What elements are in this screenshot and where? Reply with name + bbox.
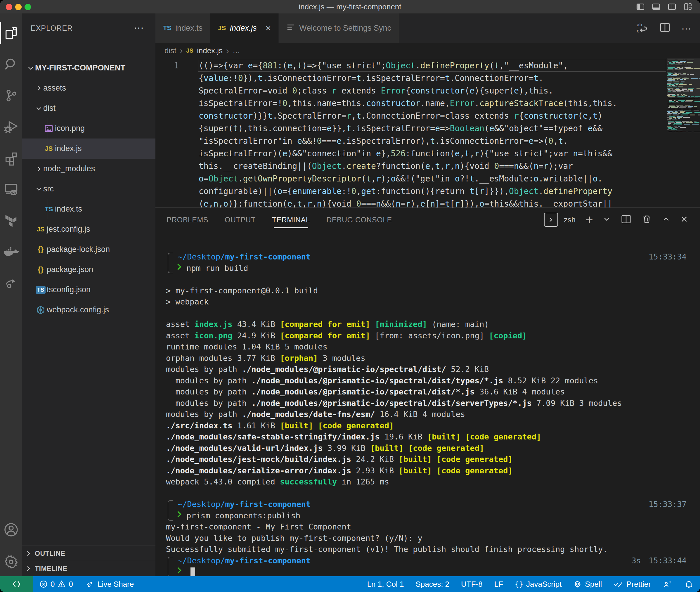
explorer-icon[interactable] [0, 20, 22, 46]
chevron-down-icon [35, 185, 43, 193]
new-terminal-icon[interactable]: + [586, 214, 593, 226]
source-control-icon[interactable] [0, 83, 22, 108]
tab-welcome-settings-sync[interactable]: Welcome to Settings Sync [279, 13, 399, 43]
tree-item-label: index.ts [55, 204, 82, 213]
tree-item-assets[interactable]: assets [22, 78, 155, 98]
editor-tabs: TS index.ts JS index.js × Welcome to Set… [155, 13, 700, 43]
spell-checker-status[interactable]: Spell [573, 580, 602, 589]
code-line: (()=>{var e={881:(e,t)=>{"use strict";Ob… [199, 59, 666, 72]
tree-item-icon-png[interactable]: icon.png [22, 118, 155, 139]
breadcrumb-file[interactable]: index.js [197, 46, 222, 55]
extensions-icon[interactable] [0, 146, 22, 170]
maximize-panel-icon[interactable] [662, 215, 670, 225]
remote-indicator[interactable] [0, 576, 33, 592]
customize-layout-icon[interactable] [683, 2, 692, 11]
breadcrumb-symbols[interactable]: … [233, 46, 240, 55]
tree-item-src[interactable]: src [22, 179, 155, 199]
problems-status[interactable]: 0 0 [40, 580, 73, 589]
prompt-path: ~/Desktop/ [178, 556, 225, 565]
settings-gear-icon[interactable] [0, 549, 22, 575]
tab-debug-console[interactable]: DEBUG CONSOLE [326, 208, 392, 232]
file-tree: MY-FIRST-COMPONENTassetsdisticon.pngJSin… [22, 58, 155, 320]
code-editor[interactable]: 1 (()=>{var e={881:(e,t)=>{"use strict";… [155, 58, 700, 207]
prettier-status[interactable]: Prettier [613, 580, 651, 589]
spell-gear-icon [573, 580, 582, 589]
tree-item-tsconfig-json[interactable]: TStsconfig.json [22, 280, 155, 300]
live-share-status[interactable]: Live Share [86, 580, 134, 589]
code-line: {super(t),this.connection=e}},t.isSpectr… [199, 122, 666, 135]
word-wrap-icon[interactable]: abc [636, 21, 649, 35]
close-panel-icon[interactable] [680, 215, 688, 225]
tree-item-package-json[interactable]: {}package.json [22, 259, 155, 280]
split-terminal-icon[interactable] [620, 213, 632, 226]
tree-item-webpack-config-js[interactable]: webpack.config.js [22, 300, 155, 320]
tree-item-label: index.js [55, 144, 82, 153]
tree-item-label: webpack.config.js [47, 305, 109, 314]
code-line: "isSpectralError"in e&&!0===e.isSpectral… [199, 135, 666, 147]
notifications-bell-icon[interactable] [684, 580, 694, 589]
minimap[interactable] [667, 59, 696, 147]
tree-item-jest-config-js[interactable]: JSjest.config.js [22, 219, 155, 239]
search-icon[interactable] [0, 52, 22, 77]
terminal-line: ./node_modules/valid-url/index.js 3.99 K… [166, 443, 687, 454]
terminal-line: runtime modules 1.04 KiB 5 modules [166, 341, 687, 353]
code-line: (e,n,o)}:function(e,t,r,n){void 0===n&&(… [199, 198, 666, 207]
eol-sequence[interactable]: LF [494, 580, 503, 589]
indentation[interactable]: Spaces: 2 [415, 580, 449, 589]
tsconfig-file-icon: TS [35, 286, 47, 294]
language-mode[interactable]: {} JavaScript [515, 580, 561, 589]
terminal-output[interactable]: ~/Desktop/my-first-component15:33:34npm … [155, 232, 700, 576]
cursor-position[interactable]: Ln 1, Col 1 [367, 580, 404, 589]
remote-explorer-icon[interactable] [0, 177, 22, 202]
kill-terminal-trash-icon[interactable] [642, 214, 652, 226]
tree-item-package-lock-json[interactable]: {}package-lock.json [22, 239, 155, 259]
breadcrumb[interactable]: dist › JS index.js › … [155, 43, 700, 58]
tab-terminal[interactable]: TERMINAL [272, 208, 310, 232]
breadcrumb-folder[interactable]: dist [164, 46, 176, 55]
tab-problems[interactable]: PROBLEMS [166, 208, 208, 232]
accounts-icon[interactable] [0, 517, 22, 542]
more-actions-icon[interactable]: ··· [681, 22, 691, 34]
run-debug-icon[interactable] [0, 114, 22, 139]
feedback-icon[interactable] [663, 579, 672, 589]
svg-text:c: c [637, 28, 639, 33]
tree-item-index-ts[interactable]: TSindex.ts [22, 199, 155, 219]
chevron-right-icon [22, 550, 35, 557]
prompt-path: ~/Desktop/ [178, 500, 225, 509]
code-line: constructor)}}t.SpectralError=r,t.Connec… [199, 110, 666, 122]
terminal-line: asset icon.png 24.9 KiB [compared for em… [166, 330, 687, 342]
docker-icon[interactable] [0, 239, 22, 264]
command-duration: 3s [631, 556, 641, 565]
split-editor-icon[interactable] [659, 21, 671, 35]
toggle-sidebar-icon[interactable] [636, 2, 645, 11]
encoding[interactable]: UTF-8 [461, 580, 483, 589]
shell-label[interactable]: zsh [564, 215, 576, 225]
prompt-directory: my-first-component [225, 556, 311, 565]
code-line: this.__createBinding||(Object.create?fun… [199, 160, 666, 172]
explorer-more-actions-icon[interactable]: ··· [134, 13, 144, 43]
terraform-icon[interactable] [0, 208, 22, 233]
tab-index-ts[interactable]: TS index.ts [155, 13, 210, 43]
tab-output[interactable]: OUTPUT [225, 208, 256, 232]
sidebar-section-outline[interactable]: OUTLINE [22, 546, 155, 561]
live-share-icon[interactable] [0, 270, 22, 296]
tab-index-js[interactable]: JS index.js × [210, 13, 279, 43]
terminal-shell-icon[interactable] [544, 213, 558, 227]
tree-item-dist[interactable]: dist [22, 98, 155, 118]
prompt-chevron-icon [177, 566, 182, 576]
split-editor-layout-icon[interactable] [667, 2, 677, 11]
double-check-icon [613, 580, 623, 589]
error-icon [40, 580, 48, 588]
tree-item-index-js[interactable]: JSindex.js [22, 139, 155, 159]
terminal-line: modules by path ./node_modules/@prismati… [166, 364, 687, 375]
tree-item-node-modules[interactable]: node_modules [22, 159, 155, 179]
terminal-dropdown-icon[interactable] [603, 215, 611, 224]
tree-root[interactable]: MY-FIRST-COMPONENT [22, 58, 155, 78]
toggle-panel-icon[interactable] [651, 2, 661, 11]
close-tab-icon[interactable]: × [265, 23, 271, 34]
terminal-prompt: ~/Desktop/my-first-component3s15:33:44 [166, 555, 687, 577]
json-file-icon: {} [35, 265, 47, 274]
typescript-file-icon: TS [43, 205, 55, 213]
chevron-right-icon [35, 85, 43, 92]
sidebar-section-timeline[interactable]: TIMELINE [22, 561, 155, 576]
